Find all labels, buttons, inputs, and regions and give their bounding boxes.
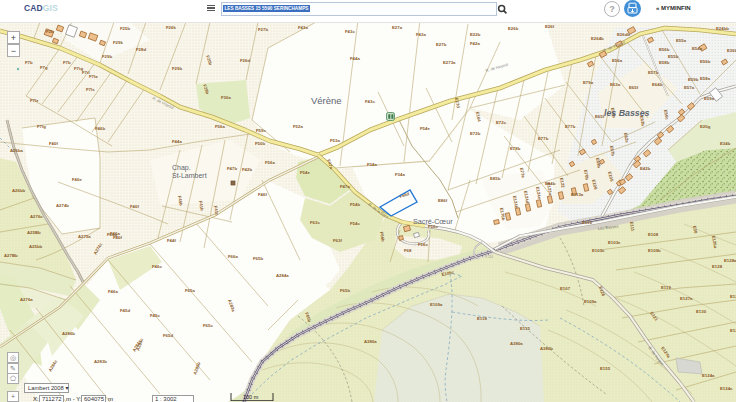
svg-text:E86f: E86f <box>438 198 448 203</box>
svg-text:F44a: F44a <box>350 56 360 61</box>
svg-text:A284a: A284a <box>276 273 289 278</box>
svg-text:F54e: F54e <box>300 170 310 175</box>
svg-text:E129: E129 <box>730 294 736 299</box>
svg-text:F46c: F46c <box>152 264 162 269</box>
svg-text:F45d: F45d <box>120 308 130 313</box>
svg-text:E59a: E59a <box>704 96 715 101</box>
svg-text:F40f: F40f <box>130 204 139 209</box>
svg-text:E109a: E109a <box>430 302 443 307</box>
svg-text:F7ls: F7ls <box>86 87 95 92</box>
svg-text:F46f: F46f <box>258 192 267 197</box>
svg-text:F63f: F63f <box>333 238 342 243</box>
svg-text:A26ba: A26ba <box>10 148 24 153</box>
svg-text:E36b: E36b <box>727 48 736 53</box>
svg-text:E63a: E63a <box>610 82 621 87</box>
svg-text:F29b: F29b <box>102 54 112 59</box>
svg-text:E24bb: E24bb <box>716 26 729 31</box>
svg-text:E107: E107 <box>560 286 571 291</box>
svg-text:A286b: A286b <box>62 331 75 336</box>
svg-text:E103c: E103c <box>592 248 605 253</box>
svg-text:F65c: F65c <box>203 323 213 328</box>
svg-text:F65d: F65d <box>163 333 173 338</box>
svg-text:F43c: F43c <box>345 29 355 34</box>
svg-text:E54a: E54a <box>692 46 703 51</box>
svg-text:E109a: E109a <box>584 299 597 304</box>
svg-text:F26d: F26d <box>240 58 250 63</box>
svg-text:E155: E155 <box>600 366 611 371</box>
svg-text:F56a: F56a <box>215 124 225 129</box>
svg-text:F63c: F63c <box>310 220 320 225</box>
svg-text:E27a: E27a <box>392 25 403 30</box>
svg-text:E72b: E72b <box>470 131 481 136</box>
svg-text:E129a: E129a <box>730 328 736 333</box>
svg-text:E103e: E103e <box>608 240 621 245</box>
svg-text:F43c: F43c <box>365 99 375 104</box>
svg-text:E127a: E127a <box>680 296 693 301</box>
svg-text:F65b: F65b <box>340 288 350 293</box>
svg-text:E77b: E77b <box>565 124 576 129</box>
svg-text:F66g: F66g <box>107 232 117 237</box>
svg-text:A283b: A283b <box>94 359 107 364</box>
svg-text:A26bb: A26bb <box>12 188 26 193</box>
svg-text:les Basses: les Basses <box>604 108 650 118</box>
svg-text:E26f: E26f <box>545 24 555 29</box>
svg-text:E64b: E64b <box>652 82 663 87</box>
svg-text:F45c: F45c <box>150 313 160 318</box>
svg-text:F53a: F53a <box>330 138 340 143</box>
svg-text:F52a: F52a <box>293 124 303 129</box>
svg-text:F42a: F42a <box>470 41 480 46</box>
svg-text:E130: E130 <box>696 309 707 314</box>
svg-text:F25b: F25b <box>120 26 130 31</box>
svg-text:E55a: E55a <box>676 38 687 43</box>
svg-text:F40f: F40f <box>49 141 58 146</box>
svg-text:100 m: 100 m <box>243 394 259 400</box>
svg-text:A380b: A380b <box>540 346 553 351</box>
svg-text:E55b: E55b <box>668 54 679 59</box>
svg-text:Sacré-Cœur: Sacré-Cœur <box>413 217 453 226</box>
svg-text:E109b: E109b <box>648 248 661 253</box>
svg-text:F54e: F54e <box>420 126 430 131</box>
svg-text:F7b: F7b <box>63 60 71 65</box>
svg-text:F29b: F29b <box>172 66 182 71</box>
svg-text:F7lz: F7lz <box>30 98 38 103</box>
svg-text:E22b: E22b <box>470 32 481 37</box>
svg-text:Vérène: Vérène <box>311 95 342 106</box>
svg-text:E34b: E34b <box>720 141 731 146</box>
svg-text:F46b: F46b <box>95 126 105 131</box>
svg-text:F65b: F65b <box>253 256 263 261</box>
svg-text:Chap.: Chap. <box>172 164 191 172</box>
svg-text:E85b: E85b <box>490 176 501 181</box>
svg-text:E115: E115 <box>520 326 530 331</box>
svg-text:E72c: E72c <box>496 120 507 125</box>
svg-text:F68: F68 <box>404 248 412 253</box>
svg-text:F59c: F59c <box>256 128 266 133</box>
svg-text:A276a: A276a <box>20 297 33 302</box>
svg-text:A27Bb: A27Bb <box>4 253 18 258</box>
svg-text:E124c: E124c <box>720 386 733 391</box>
svg-text:E20g: E20g <box>700 124 711 129</box>
svg-text:F54c: F54c <box>350 221 360 226</box>
svg-text:E26db: E26db <box>617 32 630 37</box>
svg-text:F47a: F47a <box>340 184 350 189</box>
svg-text:F34a: F34a <box>395 172 405 177</box>
svg-text:A380a: A380a <box>510 341 523 346</box>
svg-text:X 114: X 114 <box>485 255 493 259</box>
svg-text:F28d: F28d <box>136 47 146 52</box>
svg-text:E57b: E57b <box>648 70 659 75</box>
svg-text:E56a: E56a <box>612 58 623 63</box>
svg-text:F27b: F27b <box>258 27 268 32</box>
svg-text:A275a: A275a <box>78 234 91 239</box>
svg-text:F29k: F29k <box>113 40 123 45</box>
svg-text:A276c: A276c <box>30 214 43 219</box>
svg-text:F30a: F30a <box>221 95 231 100</box>
svg-text:F26k: F26k <box>166 25 176 30</box>
svg-text:A274b: A274b <box>56 203 69 208</box>
svg-text:F42b: F42b <box>242 167 252 172</box>
svg-text:F54b: F54b <box>350 202 360 207</box>
svg-text:E58b: E58b <box>659 60 670 65</box>
svg-text:E56b: E56b <box>659 47 670 52</box>
svg-text:A25bb: A25bb <box>29 244 43 249</box>
svg-text:F34a: F34a <box>367 162 377 167</box>
svg-text:E26b: E26b <box>508 26 519 31</box>
svg-text:F56c: F56c <box>418 242 428 247</box>
